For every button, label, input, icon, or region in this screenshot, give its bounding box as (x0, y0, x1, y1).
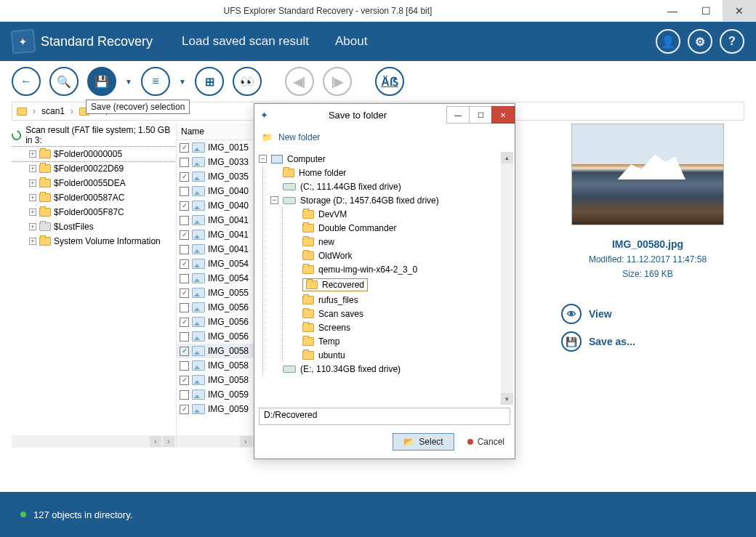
tree-node-folder[interactable]: ubuntu (290, 348, 510, 362)
search-button[interactable]: 🔍 (49, 67, 79, 96)
list-options-button[interactable]: ≡ (141, 67, 170, 96)
case-button[interactable]: Äẞ (375, 67, 404, 96)
checkbox[interactable]: ✓ (180, 376, 189, 385)
list-item[interactable]: ✓IMG_0058 (177, 373, 266, 387)
tree-node-drive-e[interactable]: (E:, 110.34GB fixed drive) (270, 362, 510, 376)
new-folder-button[interactable]: New folder (278, 132, 320, 142)
expand-icon[interactable]: + (29, 179, 36, 187)
checkbox[interactable]: ✓ (180, 143, 189, 153)
expand-icon[interactable]: + (29, 223, 36, 230)
list-item[interactable]: IMG_0054 (177, 271, 266, 286)
tree-node-computer[interactable]: − Computer (259, 152, 510, 166)
dialog-maximize-button[interactable]: ☐ (469, 106, 492, 124)
tree-node-drive-d[interactable]: − Storage (D:, 1457.64GB fixed drive) (270, 193, 510, 207)
dialog-path-input[interactable]: D:/Recovered (259, 408, 510, 425)
list-item[interactable]: ✓IMG_0015 (177, 140, 266, 155)
prev-button[interactable]: ◀| (285, 67, 314, 96)
maximize-button[interactable]: ☐ (689, 0, 723, 22)
list-item[interactable]: ✓IMG_0054 (177, 257, 266, 271)
tree-node-folder[interactable]: rufus_files (290, 293, 510, 307)
list-item[interactable]: ✓IMG_0040 (177, 198, 266, 213)
next-button[interactable]: |▶ (323, 67, 352, 96)
list-item[interactable]: IMG_0059 (177, 387, 266, 402)
tree-node-drive-c[interactable]: (C:, 111.44GB fixed drive) (270, 179, 510, 193)
expand-icon[interactable]: + (29, 209, 36, 216)
menu-load-scan-result[interactable]: Load saved scan result (182, 34, 309, 49)
minimize-button[interactable]: — (656, 0, 689, 22)
find-button[interactable]: 👀 (233, 67, 262, 96)
menu-about[interactable]: About (335, 34, 367, 49)
checkbox[interactable] (180, 332, 189, 342)
checkbox[interactable]: ✓ (180, 230, 189, 240)
list-item[interactable]: ✓IMG_0041 (177, 227, 266, 242)
tree-node-folder[interactable]: qemu-img-win-x64-2_3_0 (290, 262, 510, 276)
tree-h-scrollbar[interactable]: ‹› (12, 435, 176, 448)
tree-node-folder[interactable]: DevVM (290, 207, 510, 221)
tree-node-folder[interactable]: OldWork (290, 249, 510, 262)
list-header-name[interactable]: Name (177, 124, 266, 140)
expand-icon[interactable]: + (29, 194, 36, 201)
list-item[interactable]: IMG_0033 (177, 155, 266, 169)
list-item[interactable]: IMG_0041 (177, 213, 266, 227)
list-item[interactable]: IMG_0041 (177, 242, 266, 257)
scroll-up-icon[interactable]: ▴ (501, 152, 513, 163)
tree-item[interactable]: +$Folder00022D69 (12, 161, 176, 176)
checkbox[interactable] (180, 158, 189, 167)
tree-item[interactable]: +$Folder0005F87C (12, 205, 176, 219)
expand-icon[interactable]: + (29, 150, 36, 158)
checkbox[interactable]: ✓ (180, 405, 189, 414)
tree-node-home[interactable]: Home folder (270, 166, 510, 179)
list-h-scrollbar[interactable]: ‹› (177, 435, 266, 448)
list-item[interactable]: ✓IMG_0035 (177, 169, 266, 184)
save-recover-button[interactable]: 💾 (87, 67, 116, 96)
dialog-minimize-button[interactable]: — (446, 106, 470, 124)
list-item[interactable]: IMG_0040 (177, 184, 266, 198)
checkbox[interactable]: ✓ (180, 201, 189, 211)
tree-item[interactable]: +System Volume Information (12, 234, 176, 249)
checkbox[interactable] (180, 187, 189, 196)
preview-saveas-button[interactable]: 💾 Save as... (561, 331, 737, 352)
dialog-select-button[interactable]: 📂 Select (393, 433, 454, 451)
preview-view-button[interactable]: 👁 View (561, 304, 737, 324)
tree-node-folder[interactable]: Temp (290, 334, 510, 348)
tree-item[interactable]: +$LostFiles (12, 219, 176, 234)
view-grid-button[interactable]: ⊞ (195, 67, 224, 96)
list-dropdown[interactable]: ▼ (179, 78, 186, 86)
dialog-close-button[interactable]: ✕ (491, 106, 515, 124)
dialog-cancel-button[interactable]: Cancel (467, 437, 504, 447)
dialog-title-bar[interactable]: ✦ Save to folder — ☐ ✕ (254, 104, 515, 126)
list-item[interactable]: ✓IMG_0056 (177, 315, 266, 329)
expand-icon[interactable]: + (29, 165, 36, 172)
checkbox[interactable]: ✓ (180, 172, 189, 182)
tree-item[interactable]: +$Folder00000005 (12, 147, 176, 161)
checkbox[interactable] (180, 361, 189, 371)
window-close-button[interactable]: ✕ (723, 0, 756, 22)
list-item[interactable]: ✓IMG_0059 (177, 402, 266, 416)
checkbox[interactable]: ✓ (180, 347, 189, 356)
expand-icon[interactable]: + (29, 238, 36, 245)
list-item[interactable]: IMG_0056 (177, 329, 266, 344)
collapse-icon[interactable]: − (259, 155, 267, 163)
checkbox[interactable]: ✓ (180, 288, 189, 298)
checkbox[interactable]: ✓ (180, 259, 189, 269)
tree-node-folder[interactable]: Screens (290, 320, 510, 334)
list-item[interactable]: IMG_0058 (177, 358, 266, 373)
checkbox[interactable]: ✓ (180, 318, 189, 327)
checkbox[interactable] (180, 303, 189, 312)
list-item[interactable]: ✓IMG_0055 (177, 286, 266, 300)
list-item[interactable]: IMG_0056 (177, 300, 266, 315)
tree-node-folder[interactable]: new (290, 235, 510, 249)
help-button[interactable]: ? (720, 29, 744, 54)
breadcrumb-item[interactable]: scan1 (41, 106, 65, 116)
save-dropdown[interactable]: ▼ (125, 78, 132, 86)
tree-node-folder[interactable]: Double Commander (290, 221, 510, 235)
checkbox[interactable] (180, 274, 189, 283)
dialog-v-scrollbar[interactable]: ▴ ▾ (501, 152, 513, 405)
checkbox[interactable] (180, 390, 189, 400)
list-item[interactable]: ✓IMG_0058 (177, 344, 266, 358)
checkbox[interactable] (180, 245, 189, 254)
settings-button[interactable]: ⚙ (688, 29, 712, 54)
tree-item[interactable]: +$Folder00055DEA (12, 176, 176, 190)
scroll-down-icon[interactable]: ▾ (501, 393, 513, 405)
tree-node-folder[interactable]: Scan saves (290, 307, 510, 320)
